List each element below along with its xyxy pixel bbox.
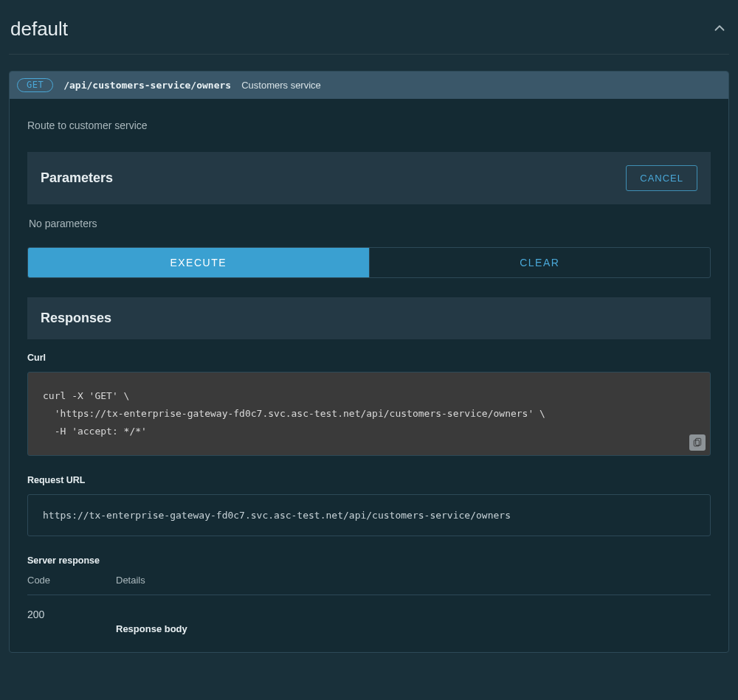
server-response-heading: Server response <box>27 555 711 566</box>
response-code: 200 <box>27 609 116 634</box>
request-url-box: https://tx-enterprise-gateway-fd0c7.svc.… <box>27 494 711 536</box>
responses-title: Responses <box>41 311 111 326</box>
request-url-heading: Request URL <box>27 475 711 485</box>
svg-rect-0 <box>696 438 701 445</box>
action-button-row: EXECUTE CLEAR <box>27 247 711 278</box>
server-response-table: Code Details 200 Response body <box>27 575 711 634</box>
cancel-button[interactable]: CANCEL <box>626 165 697 191</box>
parameters-header: Parameters CANCEL <box>27 152 711 204</box>
request-url-value: https://tx-enterprise-gateway-fd0c7.svc.… <box>43 510 695 521</box>
operation-description: Route to customer service <box>27 119 711 131</box>
curl-box: curl -X 'GET' \ 'https://tx-enterprise-g… <box>27 372 711 456</box>
tag-name: default <box>10 18 68 41</box>
http-method-badge: GET <box>17 78 53 92</box>
operation-summary-row[interactable]: GET /api/customers-service/owners Custom… <box>10 72 728 99</box>
col-header-details: Details <box>116 575 711 586</box>
operation-body: Route to customer service Parameters CAN… <box>10 99 728 652</box>
table-separator <box>27 595 711 595</box>
execute-button[interactable]: EXECUTE <box>28 248 369 277</box>
response-body-label: Response body <box>116 623 711 634</box>
no-parameters-text: No parameters <box>27 218 711 247</box>
clear-button[interactable]: CLEAR <box>369 248 711 277</box>
copy-curl-button[interactable] <box>689 434 706 451</box>
operation-summary: Customers service <box>241 80 321 91</box>
curl-heading: Curl <box>27 353 711 363</box>
operation-path: /api/customers-service/owners <box>63 80 231 91</box>
clipboard-icon <box>692 437 703 449</box>
parameters-title: Parameters <box>41 170 113 186</box>
col-header-code: Code <box>27 575 116 586</box>
curl-command: curl -X 'GET' \ 'https://tx-enterprise-g… <box>43 387 695 440</box>
operation-block: GET /api/customers-service/owners Custom… <box>9 71 729 653</box>
chevron-up-icon <box>711 20 728 38</box>
responses-header: Responses <box>27 297 711 339</box>
tag-header[interactable]: default <box>9 0 729 55</box>
